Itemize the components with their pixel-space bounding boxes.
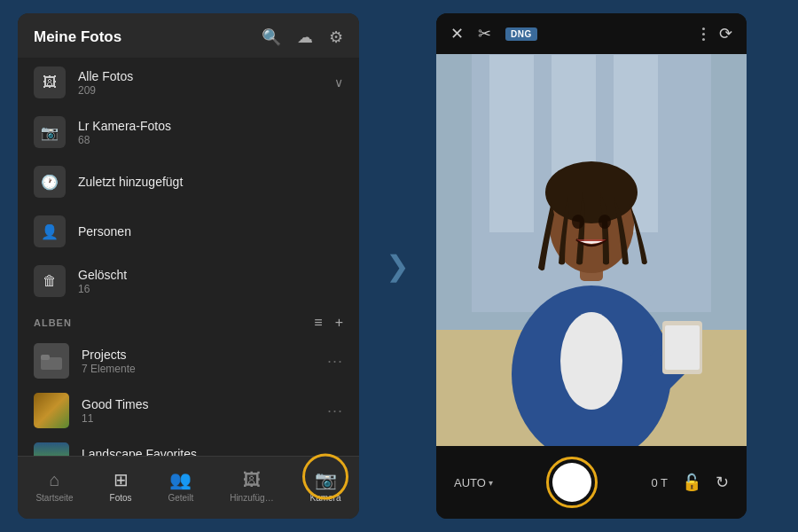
projects-thumbnail [34,343,69,379]
alle-fotos-icon: 🖼 [34,66,66,98]
auto-chevron-icon: ▾ [489,478,493,488]
right-controls: 0 T 🔓 ↻ [651,473,729,492]
menu-item-geloescht[interactable]: 🗑 Gelöscht 16 [18,256,359,306]
geloescht-icon: 🗑 [34,265,66,297]
shutter-inner [552,463,591,502]
svg-rect-4 [489,55,534,232]
cloud-icon[interactable]: ☁ [297,27,313,47]
alle-fotos-label: Alle Fotos [78,69,334,83]
zuletzt-text: Zuletzt hinzugefügt [78,175,343,189]
settings-icon[interactable]: ⚙ [329,27,343,47]
svg-point-12 [545,161,638,223]
header-icons: 🔍 ☁ ⚙ [262,27,343,47]
projects-text: Projects 7 Elemente [82,348,327,375]
panel-header: Meine Fotos 🔍 ☁ ⚙ [18,13,359,58]
album-item-landscape[interactable]: Landscape Favorites 21 ··· [18,435,359,456]
photos-grid-icon: ⊞ [113,469,129,490]
scissors-icon[interactable]: ✂ [478,24,491,43]
nav-item-hinzufuegen[interactable]: 🖼 Hinzufüg… [219,466,284,506]
shutter-button[interactable] [546,457,598,508]
projects-label: Projects [82,348,327,362]
album-item-projects[interactable]: Projects 7 Elemente ··· [18,336,359,386]
nav-item-startseite[interactable]: ⌂ Startseite [25,466,83,506]
good-times-count: 11 [82,412,327,425]
add-album-icon[interactable]: + [335,315,343,331]
personen-text: Personen [78,224,343,239]
more-options-icon[interactable] [702,27,705,41]
svg-point-14 [598,215,611,229]
menu-item-alle-fotos[interactable]: 🖼 Alle Fotos 209 ∨ [18,58,359,107]
right-panel: ✕ ✂ DNG ⟳ [436,13,747,519]
arrow-container: ❯ [386,249,410,283]
camera-controls: AUTO ▾ 0 T 🔓 ↻ [436,446,747,519]
alle-fotos-count: 209 [78,84,334,97]
alle-fotos-text: Alle Fotos 209 [78,69,334,97]
auto-mode-button[interactable]: AUTO ▾ [454,476,493,489]
lr-kamera-label: Lr Kamera-Fotos [78,119,343,133]
svg-rect-1 [41,355,50,360]
nav-label-fotos: Fotos [110,493,132,503]
svg-point-13 [572,215,584,229]
nav-item-kamera[interactable]: 📷 Kamera [300,466,352,506]
zuletzt-icon: 🕐 [34,166,66,198]
album-item-good-times[interactable]: Good Times 11 ··· [18,386,359,435]
timer-label[interactable]: 0 T [651,476,668,489]
chevron-down-icon: ∨ [334,75,343,90]
geloescht-label: Gelöscht [78,268,343,282]
personen-label: Personen [78,224,343,239]
projects-more-icon[interactable]: ··· [327,352,343,371]
auto-label: AUTO [454,476,486,489]
nav-label-kamera: Kamera [310,493,341,503]
landscape-label: Landscape Favorites [82,447,327,457]
lr-kamera-icon: 📷 [34,116,66,148]
good-times-more-icon[interactable]: ··· [327,402,343,420]
home-icon: ⌂ [50,470,60,490]
app-container: Meine Fotos 🔍 ☁ ⚙ 🖼 Alle Fotos 209 ∨ 📷 [18,13,780,519]
bottom-nav: ⌂ Startseite ⊞ Fotos 👥 Geteilt 🖼 Hinzufü… [18,456,359,519]
lock-icon[interactable]: 🔓 [682,473,701,492]
portrait-svg [436,54,747,446]
svg-rect-16 [665,325,700,370]
good-times-thumbnail [34,393,69,428]
menu-item-lr-kamera[interactable]: 📷 Lr Kamera-Fotos 68 [18,107,359,157]
rotate-icon[interactable]: ⟳ [719,24,732,43]
landscape-thumbnail [34,442,69,456]
projects-count: 7 Elemente [82,363,327,375]
lr-kamera-count: 68 [78,134,343,146]
lr-kamera-text: Lr Kamera-Fotos 68 [78,119,343,146]
sort-icon[interactable]: ≡ [314,315,322,331]
nav-label-hinzufuegen: Hinzufüg… [230,493,273,503]
camera-header: ✕ ✂ DNG ⟳ [436,13,747,54]
photo-area [436,54,747,446]
dng-badge[interactable]: DNG [505,27,537,41]
panel-content: 🖼 Alle Fotos 209 ∨ 📷 Lr Kamera-Fotos 68 … [18,58,359,456]
geloescht-text: Gelöscht 16 [78,268,343,295]
camera-header-left: ✕ ✂ DNG [450,24,537,43]
svg-point-9 [560,312,622,410]
albums-title: ALBEN [34,317,72,328]
nav-label-startseite: Startseite [35,493,73,503]
add-photo-icon: 🖼 [243,470,261,490]
geloescht-count: 16 [78,283,343,295]
albums-section-header: ALBEN ≡ + [18,306,359,336]
landscape-text: Landscape Favorites 21 [82,447,327,457]
search-icon[interactable]: 🔍 [262,27,281,47]
menu-item-zuletzt[interactable]: 🕐 Zuletzt hinzugefügt [18,157,359,207]
good-times-text: Good Times 11 [82,397,327,425]
personen-icon: 👤 [34,215,66,247]
left-panel: Meine Fotos 🔍 ☁ ⚙ 🖼 Alle Fotos 209 ∨ 📷 [18,13,359,519]
nav-item-fotos[interactable]: ⊞ Fotos [99,466,143,506]
flip-icon[interactable]: ↻ [716,473,729,492]
zuletzt-label: Zuletzt hinzugefügt [78,175,343,189]
arrow-right-icon: ❯ [386,249,410,283]
close-icon[interactable]: ✕ [450,24,464,43]
panel-title: Meine Fotos [34,28,121,46]
nav-label-geteilt: Geteilt [168,493,193,503]
camera-nav-icon: 📷 [315,469,337,490]
section-actions: ≡ + [314,315,343,331]
menu-item-personen[interactable]: 👤 Personen [18,207,359,256]
nav-item-geteilt[interactable]: 👥 Geteilt [157,466,204,506]
camera-header-right: ⟳ [702,24,732,43]
good-times-label: Good Times [82,397,327,411]
shared-icon: 👥 [169,469,192,490]
